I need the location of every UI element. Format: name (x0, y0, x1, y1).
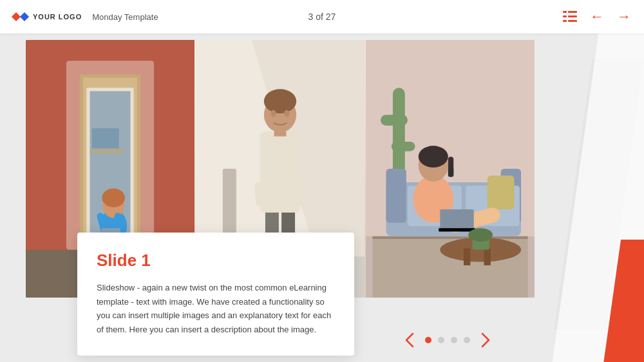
svg-rect-57 (440, 209, 473, 229)
svg-rect-61 (484, 249, 490, 265)
svg-rect-60 (464, 249, 470, 265)
content-card: Slide 1 Slideshow - again a new twist on… (77, 233, 354, 356)
pagination-prev-button[interactable] (401, 331, 419, 349)
svg-rect-46 (386, 169, 406, 223)
header: YOUR LOGO Monday Template 3 of 27 ← → (0, 0, 644, 33)
pagination-dot-1[interactable] (425, 337, 431, 343)
svg-rect-14 (90, 149, 124, 154)
svg-rect-1 (568, 11, 577, 13)
svg-rect-50 (488, 175, 515, 209)
page-indicator: 3 of 27 (308, 12, 336, 22)
header-right: ← → (563, 8, 631, 25)
svg-rect-13 (92, 128, 119, 148)
svg-rect-28 (254, 182, 267, 206)
pagination-dot-3[interactable] (451, 337, 457, 343)
back-button[interactable]: ← (590, 8, 604, 25)
list-menu-button[interactable] (563, 11, 577, 23)
svg-point-63 (468, 228, 493, 242)
pagination-next-button[interactable] (477, 331, 495, 349)
svg-rect-43 (392, 142, 415, 151)
svg-rect-56 (448, 167, 453, 177)
svg-point-54 (419, 146, 448, 167)
pagination-dot-4[interactable] (464, 337, 470, 343)
svg-point-31 (264, 89, 296, 113)
svg-point-33 (270, 110, 276, 117)
svg-rect-58 (439, 228, 475, 231)
svg-rect-27 (260, 131, 301, 213)
logo-area: YOUR LOGO (13, 13, 82, 21)
svg-rect-3 (568, 15, 577, 17)
logo-text: YOUR LOGO (33, 13, 82, 21)
template-name: Monday Template (92, 12, 158, 22)
decorative-shapes (541, 33, 644, 362)
svg-point-34 (284, 110, 289, 117)
svg-rect-5 (568, 20, 577, 22)
logo-diamond-blue (20, 12, 29, 21)
forward-button[interactable]: → (617, 8, 631, 25)
svg-rect-29 (294, 180, 306, 206)
slide-title: Slide 1 (97, 251, 335, 271)
svg-rect-42 (381, 115, 408, 126)
main-content: ROOM (0, 33, 644, 362)
image-panel-3 (365, 40, 535, 298)
slide-description: Slideshow - again a new twist on the mos… (97, 281, 335, 336)
svg-rect-0 (563, 11, 567, 13)
svg-rect-4 (563, 20, 567, 22)
logo-icon (13, 14, 28, 20)
svg-point-18 (102, 188, 125, 207)
pagination-dot-2[interactable] (438, 337, 444, 343)
svg-rect-39 (372, 236, 527, 239)
svg-rect-32 (274, 128, 287, 137)
svg-rect-2 (563, 15, 567, 17)
pagination-area (361, 331, 535, 349)
panel-3-illustration (366, 40, 535, 298)
